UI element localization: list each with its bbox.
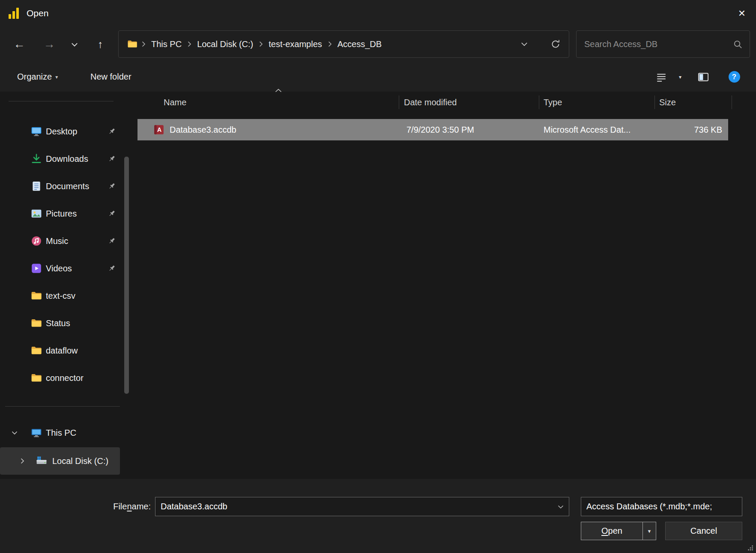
resize-grip[interactable]: [746, 544, 754, 551]
file-type: Microsoft Access Dat...: [544, 125, 630, 135]
sidebar-item-dataflow[interactable]: dataflow: [0, 337, 120, 364]
sidebar-item-desktop[interactable]: Desktop: [0, 118, 120, 145]
cancel-button[interactable]: Cancel: [665, 522, 742, 540]
powerbi-bar: [16, 8, 19, 19]
sidebar-item-music[interactable]: Music: [0, 227, 120, 255]
chevron-down-icon: [557, 503, 564, 510]
powerbi-bar: [9, 14, 11, 19]
column-divider[interactable]: [654, 95, 655, 109]
breadcrumb-access-db[interactable]: Access_DB: [336, 39, 383, 49]
folder-icon: [127, 39, 137, 49]
address-bar[interactable]: This PC Local Disk (C:) test-examples Ac…: [118, 30, 569, 58]
sidebar-item-this-pc[interactable]: This PC: [0, 419, 120, 446]
file-name-input[interactable]: [155, 497, 569, 516]
label-part: O: [601, 526, 608, 535]
column-header-date-modified[interactable]: Date modified: [404, 92, 457, 113]
refresh-button[interactable]: [548, 31, 563, 57]
chevron-down-icon: [520, 40, 528, 48]
svg-text:A: A: [157, 126, 161, 133]
column-divider[interactable]: [399, 95, 399, 109]
back-button[interactable]: ←: [9, 27, 30, 62]
preview-pane-button[interactable]: [695, 62, 712, 92]
details-view-icon: [656, 71, 667, 83]
sidebar-item-text-csv[interactable]: text-csv: [0, 282, 120, 309]
breadcrumb-this-pc[interactable]: This PC: [149, 39, 183, 49]
this-pc-icon: [31, 427, 42, 438]
sort-ascending-icon: [275, 89, 282, 92]
sidebar-item-connector[interactable]: connector: [0, 364, 120, 392]
powerbi-icon: [9, 8, 21, 19]
search-icon[interactable]: [733, 39, 743, 49]
command-bar: Organize ▾ New folder ▾ ?: [0, 62, 756, 92]
organize-button[interactable]: Organize ▾: [17, 62, 58, 92]
preview-pane-icon: [697, 71, 709, 83]
pin-icon: [108, 265, 116, 272]
pin-icon: [108, 210, 116, 217]
label-part: n: [127, 502, 131, 511]
sidebar-item-status[interactable]: Status: [0, 309, 120, 337]
view-dropdown-button[interactable]: ▾: [672, 62, 689, 92]
navigation-toolbar: ← → ↑ This PC Local Disk (C:) test-examp…: [0, 27, 756, 62]
open-dropdown-button[interactable]: ▼: [643, 522, 656, 540]
access-file-icon: A: [153, 124, 164, 135]
search-input[interactable]: [577, 31, 727, 57]
sidebar-item-label: text-csv: [46, 291, 75, 301]
videos-icon: [31, 263, 42, 274]
pictures-icon: [31, 208, 42, 219]
downloads-icon: [31, 153, 42, 164]
chevron-down-icon: [71, 41, 78, 48]
local-disk-icon: [36, 455, 47, 467]
sidebar-item-downloads[interactable]: Downloads: [0, 145, 120, 172]
powerbi-bar: [12, 11, 15, 19]
sidebar-item-label: This PC: [46, 428, 76, 438]
new-folder-button[interactable]: New folder: [90, 62, 131, 92]
column-header-size[interactable]: Size: [659, 92, 676, 113]
folder-icon: [31, 318, 42, 329]
folder-icon: [31, 290, 42, 301]
column-divider[interactable]: [539, 95, 539, 109]
chevron-right-icon: [326, 41, 333, 48]
column-header-type[interactable]: Type: [544, 92, 562, 113]
change-view-button[interactable]: [653, 62, 670, 92]
sidebar-scrollbar[interactable]: [124, 157, 129, 394]
chevron-right-icon: [257, 41, 264, 48]
breadcrumb-local-disk[interactable]: Local Disk (C:): [195, 39, 255, 49]
sidebar-item-documents[interactable]: Documents: [0, 172, 120, 200]
column-divider[interactable]: [732, 95, 732, 109]
file-date-modified: 7/9/2020 3:50 PM: [406, 125, 474, 135]
file-row-database3[interactable]: A Database3.accdb 7/9/2020 3:50 PM Micro…: [137, 119, 728, 140]
forward-button[interactable]: →: [39, 27, 60, 62]
sidebar-item-local-disk-c[interactable]: Local Disk (C:): [0, 447, 120, 475]
sidebar-item-label: Downloads: [46, 154, 88, 164]
sidebar-item-label: Pictures: [46, 209, 77, 219]
chevron-right-icon: [140, 41, 147, 48]
sidebar-item-label: Local Disk (C:): [52, 456, 108, 466]
column-header-name[interactable]: Name: [164, 92, 186, 113]
pin-icon: [108, 155, 116, 163]
chevron-down-icon: [11, 429, 18, 436]
sidebar-item-label: Desktop: [46, 127, 77, 137]
address-dropdown-button[interactable]: [517, 31, 532, 57]
desktop-icon: [31, 126, 42, 137]
help-icon: ?: [729, 71, 740, 83]
up-button[interactable]: ↑: [90, 27, 111, 62]
breadcrumb-test-examples[interactable]: test-examples: [267, 39, 324, 49]
sidebar-item-label: Videos: [46, 264, 72, 274]
sidebar-item-label: Status: [46, 318, 70, 328]
organize-label: Organize: [17, 72, 52, 82]
sidebar-item-label: Music: [46, 236, 68, 246]
folder-icon: [31, 345, 42, 356]
chevron-right-icon: [19, 458, 26, 464]
file-type-select[interactable]: Access Databases (*.mdb;*.mde;: [581, 497, 742, 516]
help-button[interactable]: ?: [726, 62, 743, 92]
close-button[interactable]: ×: [728, 0, 756, 27]
chevron-right-icon: [186, 41, 193, 48]
title-bar: Open ×: [0, 0, 756, 27]
sidebar-item-pictures[interactable]: Pictures: [0, 200, 120, 227]
recent-locations-button[interactable]: [64, 27, 85, 62]
file-name-dropdown-button[interactable]: [554, 497, 568, 516]
pin-icon: [108, 128, 116, 135]
open-button[interactable]: Open: [581, 522, 642, 540]
music-icon: [31, 235, 42, 247]
sidebar-item-videos[interactable]: Videos: [0, 255, 120, 282]
